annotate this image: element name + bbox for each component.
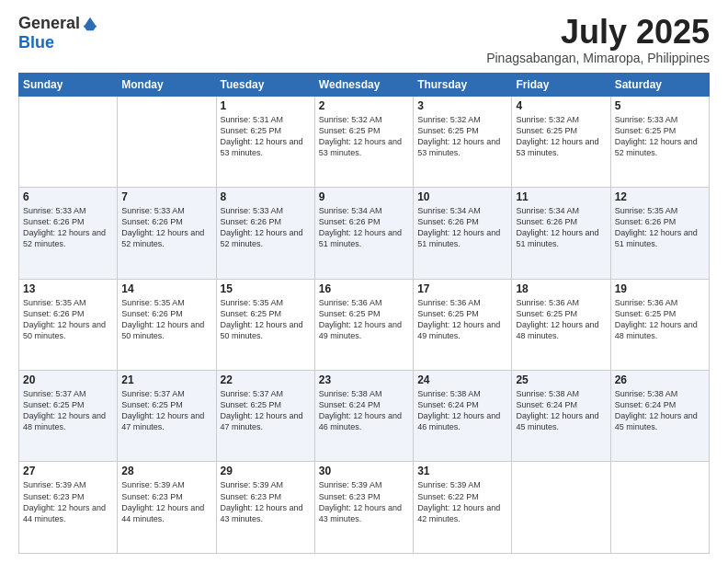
day-number: 17: [417, 282, 507, 295]
calendar-cell: 1Sunrise: 5:31 AM Sunset: 6:25 PM Daylig…: [216, 96, 314, 187]
calendar-cell: 30Sunrise: 5:39 AM Sunset: 6:23 PM Dayli…: [314, 462, 413, 554]
day-number: 3: [417, 99, 507, 112]
calendar-week-row-4: 27Sunrise: 5:39 AM Sunset: 6:23 PM Dayli…: [19, 462, 710, 554]
calendar-cell: 15Sunrise: 5:35 AM Sunset: 6:25 PM Dayli…: [216, 279, 314, 370]
day-number: 11: [516, 190, 606, 203]
calendar-cell: 17Sunrise: 5:36 AM Sunset: 6:25 PM Dayli…: [414, 279, 512, 370]
calendar-week-row-2: 13Sunrise: 5:35 AM Sunset: 6:26 PM Dayli…: [19, 279, 710, 370]
day-number: 16: [319, 282, 409, 295]
calendar-cell: 18Sunrise: 5:36 AM Sunset: 6:25 PM Dayli…: [512, 279, 610, 370]
calendar-cell: 12Sunrise: 5:35 AM Sunset: 6:26 PM Dayli…: [610, 188, 709, 279]
day-number: 18: [516, 282, 606, 295]
day-number: 6: [23, 190, 113, 203]
cell-sun-info: Sunrise: 5:35 AM Sunset: 6:26 PM Dayligh…: [23, 297, 113, 342]
calendar-cell: 7Sunrise: 5:33 AM Sunset: 6:26 PM Daylig…: [118, 188, 216, 279]
calendar-header-row: Sunday Monday Tuesday Wednesday Thursday…: [19, 73, 710, 96]
cell-sun-info: Sunrise: 5:39 AM Sunset: 6:22 PM Dayligh…: [417, 479, 507, 524]
page: General Blue July 2025 Pinagsabangan, Mi…: [0, 0, 728, 563]
col-wednesday: Wednesday: [314, 73, 413, 96]
day-number: 22: [221, 373, 311, 386]
day-number: 12: [615, 190, 705, 203]
calendar-cell: 20Sunrise: 5:37 AM Sunset: 6:25 PM Dayli…: [19, 371, 118, 462]
cell-sun-info: Sunrise: 5:36 AM Sunset: 6:25 PM Dayligh…: [417, 297, 507, 342]
day-number: 23: [319, 373, 409, 386]
day-number: 25: [516, 373, 606, 386]
title-area: July 2025 Pinagsabangan, Mimaropa, Phili…: [486, 14, 710, 65]
cell-sun-info: Sunrise: 5:38 AM Sunset: 6:24 PM Dayligh…: [417, 388, 507, 433]
day-number: 30: [319, 465, 409, 477]
cell-sun-info: Sunrise: 5:33 AM Sunset: 6:26 PM Dayligh…: [221, 205, 311, 250]
cell-sun-info: Sunrise: 5:36 AM Sunset: 6:25 PM Dayligh…: [516, 297, 606, 342]
cell-sun-info: Sunrise: 5:37 AM Sunset: 6:25 PM Dayligh…: [221, 388, 311, 433]
calendar-table: Sunday Monday Tuesday Wednesday Thursday…: [18, 73, 710, 554]
calendar-cell: [118, 96, 216, 187]
calendar-cell: 14Sunrise: 5:35 AM Sunset: 6:26 PM Dayli…: [118, 279, 216, 370]
calendar-cell: 26Sunrise: 5:38 AM Sunset: 6:24 PM Dayli…: [610, 371, 709, 462]
cell-sun-info: Sunrise: 5:38 AM Sunset: 6:24 PM Dayligh…: [319, 388, 409, 433]
logo-blue: Blue: [18, 33, 54, 52]
day-number: 5: [615, 99, 705, 112]
location: Pinagsabangan, Mimaropa, Philippines: [486, 51, 710, 65]
calendar-cell: 9Sunrise: 5:34 AM Sunset: 6:26 PM Daylig…: [314, 188, 413, 279]
svg-marker-1: [84, 25, 97, 29]
day-number: 27: [23, 465, 113, 477]
calendar-cell: [19, 96, 118, 187]
calendar-cell: 5Sunrise: 5:33 AM Sunset: 6:25 PM Daylig…: [610, 96, 709, 187]
calendar-cell: 6Sunrise: 5:33 AM Sunset: 6:26 PM Daylig…: [19, 188, 118, 279]
day-number: 13: [23, 282, 113, 295]
cell-sun-info: Sunrise: 5:39 AM Sunset: 6:23 PM Dayligh…: [319, 479, 409, 524]
day-number: 15: [221, 282, 311, 295]
day-number: 9: [319, 190, 409, 203]
col-friday: Friday: [512, 73, 610, 96]
cell-sun-info: Sunrise: 5:35 AM Sunset: 6:25 PM Dayligh…: [221, 297, 311, 342]
calendar-cell: 19Sunrise: 5:36 AM Sunset: 6:25 PM Dayli…: [610, 279, 709, 370]
calendar-cell: 25Sunrise: 5:38 AM Sunset: 6:24 PM Dayli…: [512, 371, 610, 462]
calendar-cell: 24Sunrise: 5:38 AM Sunset: 6:24 PM Dayli…: [414, 371, 512, 462]
day-number: 28: [121, 465, 211, 477]
cell-sun-info: Sunrise: 5:33 AM Sunset: 6:25 PM Dayligh…: [615, 114, 705, 159]
calendar-cell: 28Sunrise: 5:39 AM Sunset: 6:23 PM Dayli…: [118, 462, 216, 554]
cell-sun-info: Sunrise: 5:34 AM Sunset: 6:26 PM Dayligh…: [516, 205, 606, 250]
calendar-cell: 8Sunrise: 5:33 AM Sunset: 6:26 PM Daylig…: [216, 188, 314, 279]
cell-sun-info: Sunrise: 5:34 AM Sunset: 6:26 PM Dayligh…: [417, 205, 507, 250]
calendar-cell: 2Sunrise: 5:32 AM Sunset: 6:25 PM Daylig…: [314, 96, 413, 187]
calendar-cell: [610, 462, 709, 554]
col-tuesday: Tuesday: [216, 73, 314, 96]
cell-sun-info: Sunrise: 5:36 AM Sunset: 6:25 PM Dayligh…: [615, 297, 705, 342]
day-number: 2: [319, 99, 409, 112]
logo: General Blue: [18, 14, 98, 52]
cell-sun-info: Sunrise: 5:37 AM Sunset: 6:25 PM Dayligh…: [23, 388, 113, 433]
cell-sun-info: Sunrise: 5:32 AM Sunset: 6:25 PM Dayligh…: [417, 114, 507, 159]
cell-sun-info: Sunrise: 5:39 AM Sunset: 6:23 PM Dayligh…: [23, 479, 113, 524]
logo-icon: [82, 16, 98, 32]
calendar-cell: [512, 462, 610, 554]
day-number: 1: [221, 99, 311, 112]
day-number: 26: [615, 373, 705, 386]
col-saturday: Saturday: [610, 73, 709, 96]
calendar-cell: 29Sunrise: 5:39 AM Sunset: 6:23 PM Dayli…: [216, 462, 314, 554]
calendar-week-row-1: 6Sunrise: 5:33 AM Sunset: 6:26 PM Daylig…: [19, 188, 710, 279]
cell-sun-info: Sunrise: 5:38 AM Sunset: 6:24 PM Dayligh…: [615, 388, 705, 433]
cell-sun-info: Sunrise: 5:38 AM Sunset: 6:24 PM Dayligh…: [516, 388, 606, 433]
day-number: 19: [615, 282, 705, 295]
cell-sun-info: Sunrise: 5:36 AM Sunset: 6:25 PM Dayligh…: [319, 297, 409, 342]
cell-sun-info: Sunrise: 5:33 AM Sunset: 6:26 PM Dayligh…: [23, 205, 113, 250]
col-sunday: Sunday: [19, 73, 118, 96]
cell-sun-info: Sunrise: 5:39 AM Sunset: 6:23 PM Dayligh…: [221, 479, 311, 524]
calendar-cell: 4Sunrise: 5:32 AM Sunset: 6:25 PM Daylig…: [512, 96, 610, 187]
day-number: 14: [121, 282, 211, 295]
calendar-cell: 16Sunrise: 5:36 AM Sunset: 6:25 PM Dayli…: [314, 279, 413, 370]
cell-sun-info: Sunrise: 5:35 AM Sunset: 6:26 PM Dayligh…: [615, 205, 705, 250]
calendar-cell: 11Sunrise: 5:34 AM Sunset: 6:26 PM Dayli…: [512, 188, 610, 279]
header: General Blue July 2025 Pinagsabangan, Mi…: [18, 14, 710, 65]
day-number: 7: [121, 190, 211, 203]
calendar-cell: 27Sunrise: 5:39 AM Sunset: 6:23 PM Dayli…: [19, 462, 118, 554]
col-monday: Monday: [118, 73, 216, 96]
cell-sun-info: Sunrise: 5:35 AM Sunset: 6:26 PM Dayligh…: [121, 297, 211, 342]
day-number: 24: [417, 373, 507, 386]
calendar-cell: 10Sunrise: 5:34 AM Sunset: 6:26 PM Dayli…: [414, 188, 512, 279]
day-number: 10: [417, 190, 507, 203]
calendar-cell: 22Sunrise: 5:37 AM Sunset: 6:25 PM Dayli…: [216, 371, 314, 462]
calendar-week-row-3: 20Sunrise: 5:37 AM Sunset: 6:25 PM Dayli…: [19, 371, 710, 462]
day-number: 8: [221, 190, 311, 203]
